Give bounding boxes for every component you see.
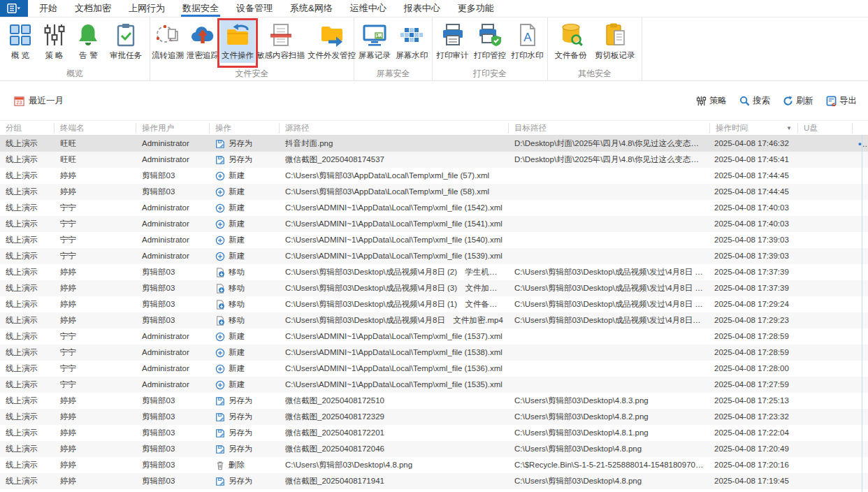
column-header-操作时间[interactable]: 操作时间▼ (710, 123, 798, 133)
table-row[interactable]: 线上演示婷婷剪辑部03移动C:\Users\剪辑部03\Desktop\成品视频… (0, 280, 868, 296)
cell-terminal: 宁宁 (55, 200, 136, 216)
ribbon-button-print-watermark[interactable]: A打印水印 (510, 20, 545, 63)
menu-tab-8[interactable]: 报表中心 (404, 0, 440, 17)
column-header-label: 源路径 (285, 123, 310, 133)
table-row[interactable]: 线上演示婷婷剪辑部03删除C:\Users\剪辑部03\Desktop\4.8.… (0, 457, 868, 473)
table-actions: 策略搜索刷新导出 (696, 95, 857, 107)
table-row[interactable]: 线上演示婷婷剪辑部03移动C:\Users\剪辑部03\Desktop\成品视频… (0, 296, 868, 312)
table-row[interactable]: 线上演示婷婷剪辑部03新建C:\Users\剪辑部03\AppData\Loca… (0, 168, 868, 184)
ribbon-button-scan-doc[interactable]: 敏感内容扫描 (255, 20, 306, 63)
column-header-label: 操作 (215, 123, 231, 133)
cell-group: 线上演示 (0, 296, 55, 312)
cell-usb (798, 296, 853, 312)
menu-tab-9[interactable]: 更多功能 (458, 0, 494, 17)
ribbon-button-label: 文件外发管控 (308, 50, 356, 61)
table-row[interactable]: 线上演示旺旺Administrator另存为抖音封面.pngD:\Desktop… (0, 136, 868, 152)
column-header-操作[interactable]: 操作 (210, 123, 280, 133)
export-button[interactable]: 导出 (826, 95, 857, 107)
cell-group: 线上演示 (0, 377, 55, 393)
table-row[interactable]: 线上演示婷婷剪辑部03另存为微信截图_20250408171941C:\User… (0, 473, 868, 489)
ribbon-button-screen-record[interactable]: 屏幕记录 (357, 20, 392, 63)
ribbon-button-policy-sliders[interactable]: 策 略 (41, 20, 68, 63)
table-row[interactable]: 线上演示婷婷剪辑部03另存为 (0, 489, 868, 492)
cell-user: Administrator (136, 232, 210, 248)
table-row[interactable]: 线上演示宁宁Administrator新建C:\Users\ADMINI~1\A… (0, 328, 868, 345)
ribbon-button-leak-cloud[interactable]: 泄密追踪 (185, 20, 220, 63)
ribbon-button-clipboard-record[interactable]: 剪切板记录 (593, 20, 637, 63)
search-button[interactable]: 搜索 (739, 95, 770, 107)
menu-tab-4[interactable]: 数据安全 (182, 0, 219, 17)
ribbon-button-print-control[interactable]: 打印管控 (472, 20, 507, 63)
refresh-button[interactable]: 刷新 (783, 95, 813, 107)
cell-user: Administrator (136, 328, 210, 345)
cell-usb (798, 441, 853, 457)
ribbon-button-print-audit[interactable]: 打印审计 (435, 20, 470, 63)
cell-target-path: C:\Users\剪辑部03\Desktop\4.8.png (509, 441, 710, 457)
cell-user: 剪辑部03 (136, 473, 210, 489)
column-header-menu[interactable] (853, 123, 868, 133)
ribbon-button-overview-grid[interactable]: 概 览 (6, 20, 34, 63)
ribbon-button-screen-watermark[interactable]: 屏幕水印 (394, 20, 429, 63)
cell-terminal: 婷婷 (55, 168, 136, 184)
column-header-U盘[interactable]: U盘 (798, 123, 853, 133)
operation-label: 另存为 (229, 409, 253, 425)
cell-operation: 移动 (210, 280, 280, 296)
cell-target-path (509, 216, 710, 232)
ribbon-button-approval-clipboard[interactable]: 审批任务 (108, 20, 143, 63)
operation-label: 另存为 (229, 473, 253, 489)
table-row[interactable]: 线上演示婷婷剪辑部03移动C:\Users\剪辑部03\Desktop\成品视频… (0, 312, 868, 328)
refresh-icon (783, 96, 793, 106)
column-header-操作用户[interactable]: 操作用户 (136, 123, 210, 133)
cell-user: Administrator (136, 136, 210, 152)
table-row[interactable]: 线上演示宁宁Administrator新建C:\Users\ADMINI~1\A… (0, 377, 868, 393)
table-row[interactable]: 线上演示宁宁Administrator新建C:\Users\ADMINI~1\A… (0, 232, 868, 248)
table-row[interactable]: 线上演示婷婷剪辑部03移动C:\Users\剪辑部03\Desktop\成品视频… (0, 264, 868, 280)
menu-tab-6[interactable]: 系统&网络 (290, 0, 333, 17)
menu-tab-2[interactable]: 文档加密 (75, 0, 111, 17)
cell-source-path: C:\Users\ADMINI~1\AppData\Local\Temp\xml… (280, 232, 509, 248)
cell-source-path: C:\Users\剪辑部03\Desktop\成品视频\4月8日 文件加密.mp… (280, 312, 509, 328)
table-row[interactable]: 线上演示婷婷剪辑部03另存为微信截图_20250408172201C:\User… (0, 425, 868, 441)
operation-label: 新建 (229, 200, 245, 216)
app-menu-button[interactable] (0, 0, 28, 17)
cell-target-path (509, 184, 710, 200)
table-row[interactable]: 线上演示婷婷剪辑部03另存为微信截图_20250408172510C:\User… (0, 393, 868, 409)
operation-label: 删除 (229, 457, 245, 473)
ribbon-button-label: 文件操作 (222, 50, 254, 61)
cell-group: 线上演示 (0, 361, 55, 377)
column-header-源路径[interactable]: 源路径 (280, 123, 509, 133)
ribbon-button-trace-circle[interactable]: 流转追溯 (150, 20, 185, 63)
cell-usb (798, 393, 853, 409)
print-control-icon (477, 22, 502, 48)
ribbon-button-outgoing-folder[interactable]: 文件外发管控 (306, 20, 357, 63)
ribbon-button-alert-bell[interactable]: 告 警 (74, 20, 102, 63)
ribbon-button-label: 屏幕记录 (359, 50, 391, 61)
table-row[interactable]: 线上演示宁宁Administrator新建C:\Users\ADMINI~1\A… (0, 345, 868, 361)
table-row[interactable]: 线上演示宁宁Administrator新建C:\Users\ADMINI~1\A… (0, 200, 868, 216)
cell-row-menu (853, 441, 868, 457)
table-row[interactable]: 线上演示旺旺Administrator另存为微信截图_2025040817453… (0, 152, 868, 168)
table-row[interactable]: 线上演示宁宁Administrator新建C:\Users\ADMINI~1\A… (0, 216, 868, 232)
menu-tab-7[interactable]: 运维中心 (350, 0, 386, 17)
menu-tab-3[interactable]: 上网行为 (129, 0, 165, 17)
column-header-分组[interactable]: 分组 (0, 123, 55, 133)
sliders-button[interactable]: 策略 (696, 95, 727, 107)
column-header-终端名[interactable]: 终端名 (55, 123, 136, 133)
table-row[interactable]: 线上演示婷婷剪辑部03新建C:\Users\剪辑部03\AppData\Loca… (0, 184, 868, 200)
column-filter-arrow-icon[interactable]: ▼ (786, 125, 792, 131)
ribbon-button-file-ops-folder[interactable]: 文件操作 (220, 20, 255, 63)
table-row[interactable]: 线上演示宁宁Administrator新建C:\Users\ADMINI~1\A… (0, 361, 868, 377)
cell-group: 线上演示 (0, 200, 55, 216)
table-row[interactable]: 线上演示宁宁Administrator新建C:\Users\ADMINI~1\A… (0, 248, 868, 264)
row-menu-icon[interactable]: ••• (858, 138, 868, 149)
cell-operation: 新建 (210, 168, 280, 184)
menu-tab-1[interactable]: 开始 (39, 0, 57, 17)
table-row[interactable]: 线上演示婷婷剪辑部03另存为微信截图_20250408172329C:\User… (0, 409, 868, 425)
date-range-filter[interactable]: 23 最近一月 (14, 95, 64, 107)
menu-tab-5[interactable]: 设备管理 (236, 0, 273, 17)
saveas-icon (215, 444, 225, 454)
operation-label: 移动 (229, 312, 245, 328)
column-header-目标路径[interactable]: 目标路径 (509, 123, 710, 133)
table-row[interactable]: 线上演示婷婷剪辑部03另存为微信截图_20250408172046C:\User… (0, 441, 868, 457)
ribbon-button-file-backup[interactable]: 文件备份 (554, 20, 588, 63)
